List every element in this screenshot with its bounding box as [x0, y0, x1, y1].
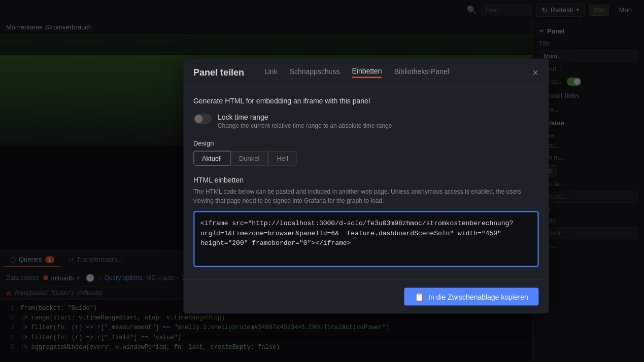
embed-label: HTML einbetten	[193, 176, 538, 184]
modal-title: Panel teilen	[193, 67, 244, 78]
modal-tab-bibliotheks-panel[interactable]: Bibliotheks-Panel	[394, 67, 449, 78]
theme-dunkel-button[interactable]: Dunkel	[230, 151, 268, 166]
lock-time-desc: Change the current relative time range t…	[218, 122, 392, 129]
lock-time-title: Lock time range	[218, 113, 392, 121]
design-label: Design	[193, 139, 538, 147]
lock-time-toggle[interactable]	[193, 114, 212, 124]
embed-code-textarea[interactable]: <iframe src="http://localhost:3000/d-sol…	[193, 211, 538, 267]
copy-icon: 📋	[414, 292, 424, 302]
copy-to-clipboard-button[interactable]: 📋 In die Zwischenablage kopieren	[404, 288, 538, 306]
lock-time-row: Lock time range Change the current relat…	[193, 113, 538, 129]
modal-close-button[interactable]: ×	[532, 67, 538, 78]
modal-footer: 📋 In die Zwischenablage kopieren	[183, 279, 549, 314]
modal-tab-link[interactable]: Link	[264, 67, 278, 78]
modal-subtitle: Generate HTML for embedding an iframe wi…	[193, 97, 538, 105]
copy-button-label: In die Zwischenablage kopieren	[428, 293, 528, 301]
embed-description: The HTML code below can be pasted and in…	[193, 187, 538, 205]
modal-tab-schnappschuss[interactable]: Schnappschuss	[290, 67, 340, 78]
modal-tab-einbetten[interactable]: Einbetten	[352, 67, 382, 78]
theme-aktuell-button[interactable]: Aktuell	[193, 151, 230, 166]
modal-body: Generate HTML for embedding an iframe wi…	[183, 87, 549, 279]
theme-buttons: Aktuell Dunkel Hell	[193, 151, 538, 166]
share-panel-modal: Panel teilen Link Schnappschuss Einbette…	[183, 59, 549, 314]
theme-hell-button[interactable]: Hell	[268, 151, 296, 166]
lock-time-labels: Lock time range Change the current relat…	[218, 113, 392, 129]
modal-header: Panel teilen Link Schnappschuss Einbette…	[183, 59, 549, 87]
